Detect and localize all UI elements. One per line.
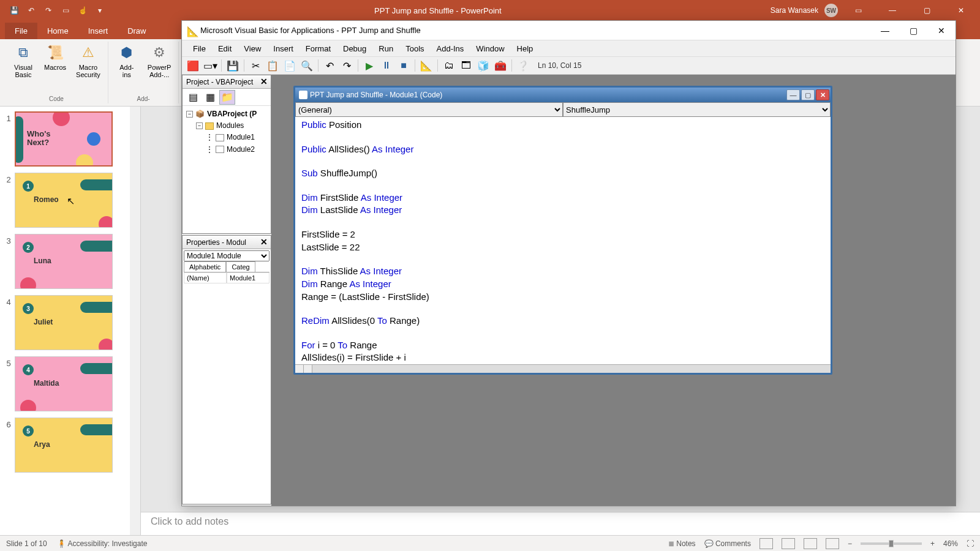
code-editor[interactable]: Public Position Public AllSlides() As In… <box>295 117 831 364</box>
accessibility-status[interactable]: 🧍 Accessibility: Investigate <box>57 539 148 548</box>
menu-insert[interactable]: Insert <box>268 43 298 54</box>
full-module-view-icon[interactable] <box>304 365 312 373</box>
toggle-folders-icon[interactable]: 📁 <box>219 90 235 105</box>
menu-help[interactable]: Help <box>512 43 538 54</box>
menu-window[interactable]: Window <box>471 43 509 54</box>
slide-thumbnail-6[interactable]: 6 5 Arya <box>2 418 138 473</box>
vba-minimize-icon[interactable]: — <box>871 21 899 40</box>
reset-icon[interactable]: ■ <box>396 58 411 73</box>
break-icon[interactable]: ⏸ <box>379 58 394 73</box>
redo-icon[interactable]: ↷ <box>339 58 354 73</box>
tab-file[interactable]: File <box>5 23 37 39</box>
props-tab-categorized[interactable]: Categ <box>226 261 255 272</box>
tab-home[interactable]: Home <box>37 23 78 39</box>
qat-more-icon[interactable]: ▾ <box>94 5 105 16</box>
menu-addins[interactable]: Add-Ins <box>432 43 469 54</box>
code-close-icon[interactable]: ✕ <box>816 89 829 100</box>
slideshow-icon[interactable]: ▭ <box>60 5 71 16</box>
menu-view[interactable]: View <box>239 43 266 54</box>
slide-thumb[interactable]: 1 Romeo ↖ <box>15 173 113 228</box>
view-object-icon[interactable]: ▦ <box>202 90 218 105</box>
properties-panel-title[interactable]: Properties - Modul ✕ <box>183 236 271 249</box>
menu-edit[interactable]: Edit <box>213 43 236 54</box>
slide-thumbnail-panel[interactable]: 1 Who's Next? 2 1 Romeo ↖ 3 2 Luna <box>0 107 141 535</box>
insert-dropdown-icon[interactable]: ▭▾ <box>203 58 217 73</box>
tab-insert[interactable]: Insert <box>78 23 118 39</box>
cut-icon[interactable]: ✂ <box>248 58 263 73</box>
slideshow-view-icon[interactable] <box>826 538 839 549</box>
panel-close-icon[interactable]: ✕ <box>258 76 270 87</box>
code-window-titlebar[interactable]: PPT Jump and Shuffle - Module1 (Code) — … <box>295 88 831 102</box>
touch-icon[interactable]: ☝ <box>77 5 88 16</box>
horizontal-scrollbar[interactable] <box>312 365 831 373</box>
comments-button[interactable]: 💬 Comments <box>704 539 751 548</box>
paste-icon[interactable]: 📄 <box>282 58 297 73</box>
panel-close-icon[interactable]: ✕ <box>258 236 270 247</box>
slide-thumbnail-5[interactable]: 5 4 Maltida <box>2 356 138 411</box>
ribbon-options-icon[interactable]: ▭ <box>844 0 872 21</box>
menu-debug[interactable]: Debug <box>338 43 371 54</box>
slide-thumb[interactable]: 5 Arya <box>15 418 113 473</box>
view-code-icon[interactable]: ▤ <box>185 90 201 105</box>
fit-to-window-icon[interactable]: ⛶ <box>967 539 974 548</box>
prop-name-value[interactable]: Module1 <box>227 272 270 283</box>
undo-icon[interactable]: ↶ <box>26 5 37 16</box>
visual-basic-button[interactable]: ⧉ Visual Basic <box>9 42 38 80</box>
procedure-view-icon[interactable] <box>295 365 304 373</box>
menu-file[interactable]: File <box>188 43 211 54</box>
tab-draw[interactable]: Draw <box>118 23 156 39</box>
slide-thumb[interactable]: 3 Juliet <box>15 295 113 350</box>
ppt-addins-button[interactable]: ⚙ PowerP Add-... <box>144 42 175 80</box>
notes-button[interactable]: ≣ Notes <box>668 539 696 548</box>
undo-icon[interactable]: ↶ <box>322 58 337 73</box>
slide-thumbnail-4[interactable]: 4 3 Juliet <box>2 295 138 350</box>
slide-thumbnail-2[interactable]: 2 1 Romeo ↖ <box>2 173 138 228</box>
slide-thumb[interactable]: Who's Next? <box>15 111 113 167</box>
properties-object-select[interactable]: Module1 Module <box>184 250 270 261</box>
zoom-slider[interactable] <box>861 542 922 545</box>
reading-view-icon[interactable] <box>804 538 817 549</box>
addins-button[interactable]: ⬢ Add- ins <box>112 42 141 80</box>
maximize-icon[interactable]: ▢ <box>913 0 941 21</box>
slide-thumb[interactable]: 4 Maltida <box>15 356 113 411</box>
procedure-dropdown[interactable]: ShuffleJump <box>563 102 831 117</box>
run-icon[interactable]: ▶ <box>362 58 377 73</box>
toolbox-icon[interactable]: 🧰 <box>493 58 508 73</box>
tree-module1[interactable]: ⋮ Module1 <box>186 132 267 143</box>
user-avatar[interactable]: SW <box>824 4 838 17</box>
vba-mdi-area[interactable]: PPT Jump and Shuffle - Module1 (Code) — … <box>271 75 956 506</box>
project-panel-title[interactable]: Project - VBAProject ✕ <box>183 75 271 89</box>
slide-thumbnail-3[interactable]: 3 2 Luna <box>2 234 138 289</box>
design-mode-icon[interactable]: 📐 <box>419 58 434 73</box>
props-tab-alphabetic[interactable]: Alphabetic <box>184 261 226 272</box>
vba-close-icon[interactable]: ✕ <box>927 21 956 40</box>
copy-icon[interactable]: 📋 <box>265 58 280 73</box>
macro-security-button[interactable]: ⚠ Macro Security <box>72 42 104 80</box>
notes-pane[interactable]: Click to add notes <box>141 512 980 535</box>
menu-tools[interactable]: Tools <box>401 43 429 54</box>
help-icon[interactable]: ❔ <box>516 58 530 73</box>
project-explorer-icon[interactable]: 🗂 <box>442 58 456 73</box>
normal-view-icon[interactable] <box>760 538 773 549</box>
slide-thumb[interactable]: 2 Luna <box>15 234 113 289</box>
code-maximize-icon[interactable]: ▢ <box>801 89 815 100</box>
close-icon[interactable]: ✕ <box>947 0 975 21</box>
save-icon[interactable]: 💾 <box>9 5 20 16</box>
menu-run[interactable]: Run <box>374 43 398 54</box>
zoom-out-button[interactable]: − <box>848 539 852 548</box>
object-dropdown[interactable]: (General) <box>295 102 563 117</box>
zoom-level[interactable]: 46% <box>943 539 958 548</box>
tree-module2[interactable]: ⋮ Module2 <box>186 144 267 156</box>
macros-button[interactable]: 📜 Macros <box>40 42 70 80</box>
project-tree[interactable]: −📦 VBAProject (P − Modules ⋮ Module1 ⋮ M… <box>183 106 271 158</box>
zoom-in-button[interactable]: + <box>930 539 935 548</box>
menu-format[interactable]: Format <box>301 43 336 54</box>
vba-titlebar[interactable]: 📐 Microsoft Visual Basic for Application… <box>182 21 956 40</box>
code-minimize-icon[interactable]: — <box>786 89 800 100</box>
sorter-view-icon[interactable] <box>782 538 795 549</box>
object-browser-icon[interactable]: 🧊 <box>476 58 491 73</box>
view-ppt-icon[interactable]: 🟥 <box>186 58 200 73</box>
minimize-icon[interactable]: — <box>878 0 907 21</box>
vba-maximize-icon[interactable]: ▢ <box>899 21 927 40</box>
redo-icon[interactable]: ↷ <box>43 5 54 16</box>
